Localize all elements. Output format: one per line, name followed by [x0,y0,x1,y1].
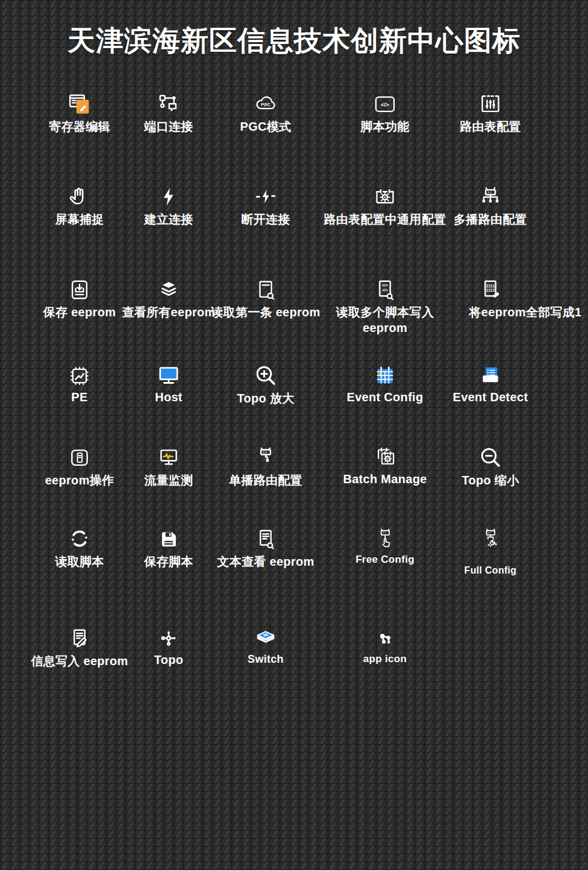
icon-label: Free Config [355,554,414,566]
icon-card-topo-zoom-out[interactable]: Topo 缩小 [430,442,551,489]
page-pencil-icon [68,622,91,650]
icon-label: PE [71,390,87,404]
icon-card-full-config[interactable]: Full Config [430,523,551,576]
broken-lightning-icon [254,181,277,208]
icon-label: Event Detect [453,390,528,404]
icon-label: 脚本功能 [360,119,409,135]
icon-showcase-page: { "page": { "title": "天津滨海新区信息技术创新中心图标",… [0,0,588,870]
icon-label: Topo 缩小 [461,472,519,489]
lightning-icon [157,181,180,208]
icon-card-free-config[interactable]: Free Config [325,523,445,566]
calendar-blue-icon [374,360,396,387]
icon-label: Full Config [464,565,517,576]
page-search-icon [254,274,277,301]
page-title: 天津滨海新区信息技术创新中心图标 [0,25,588,56]
icon-label: 流量监测 [144,472,193,489]
icon-label: 读取多个脚本写入 eeprom [330,304,440,336]
layers-icon [157,274,180,301]
icon-label: 路由表配置 [460,119,521,135]
traffic-monitor-icon [157,442,180,469]
icon-label: 多播路由配置 [454,211,527,228]
svg-text:</>: </> [382,283,388,287]
icon-card-pgc-mode[interactable]: PGC PGC模式 [205,88,326,135]
code-page-search-icon: </> </> [374,274,396,301]
monitor-blue-icon [157,360,181,387]
icon-label: app icon [363,653,407,665]
detect-tray-icon [479,360,502,387]
icon-card-switch[interactable]: Switch [205,622,326,666]
icon-label: 路由表配置中通用配置 [324,211,446,228]
icon-card-read-scripts-write-eeprom[interactable]: </> </> 读取多个脚本写入 eeprom [325,274,445,336]
icon-label: 屏幕捕捉 [55,211,104,228]
icon-label: 断开连接 [241,211,290,228]
icon-label: 端口连接 [144,119,193,135]
router-wrench-icon [479,523,502,551]
icon-label: Host [155,390,183,404]
icon-label: Switch [248,653,284,666]
register-edit-icon [68,88,91,116]
icon-label: 查看所有eeprom [122,304,215,321]
zoom-in-icon [254,360,278,387]
icon-label: 建立连接 [144,211,193,228]
icon-label: 将eeprom全部写成1 [469,304,582,321]
svg-text:</>: </> [381,101,389,108]
icon-card-multicast-routing[interactable]: 多播路由配置 [430,181,551,228]
script-code-window-icon: </> [374,88,396,116]
icon-card-event-detect[interactable]: Event Detect [430,360,551,404]
icon-card-routing-table-config[interactable]: 路由表配置 [430,88,551,135]
svg-text:</>: </> [382,288,388,292]
icon-label: Topo [154,653,184,667]
binary-erase-icon: 1111 1111 [479,274,502,301]
save-tray-icon [68,274,91,301]
icon-label: 保存 eeprom [43,304,116,321]
refresh-circle-icon [67,523,92,551]
icon-card-disconnect[interactable]: 断开连接 [205,181,326,228]
app-cluster-icon [374,622,396,650]
icon-card-unicast-routing[interactable]: 单播路由配置 [205,442,326,489]
icon-label: 读取第一条 eeprom [211,304,320,321]
svg-text:PGC: PGC [261,102,271,107]
icon-card-event-config[interactable]: Event Config [325,360,445,404]
switch-device-icon [254,622,278,650]
icon-label: 读取脚本 [55,554,104,570]
sliders-frame-icon [479,88,502,116]
gear-frame-icon [374,181,396,208]
icon-card-routing-general-config[interactable]: 路由表配置中通用配置 [325,181,445,228]
icon-card-batch-manage[interactable]: Batch Manage [325,442,445,486]
icon-label: 单播路由配置 [229,472,302,489]
zoom-out-icon [478,442,502,469]
batch-frames-gear-icon [373,442,397,469]
unicast-router-icon [254,442,277,469]
eeprom-doc-icon [68,442,91,469]
topology-node-icon [157,622,180,650]
router-hand-icon [374,523,396,551]
icon-card-script-function[interactable]: </> 脚本功能 [325,88,445,135]
icon-label: 文本查看 eeprom [217,554,314,570]
icon-label: PGC模式 [240,119,292,135]
multicast-router-icon [479,181,502,208]
icon-label: Event Config [347,390,424,404]
chip-chart-icon [68,360,91,387]
icon-card-read-first-eeprom[interactable]: 读取第一条 eeprom [205,274,326,321]
svg-text:1111: 1111 [486,287,495,293]
hand-icon [67,181,92,208]
icon-card-app-icon[interactable]: app icon [325,622,445,665]
port-connection-icon [157,88,180,116]
icon-label: Batch Manage [343,472,427,486]
icon-label: Topo 放大 [237,390,294,407]
icon-card-topo-zoom-in[interactable]: Topo 放大 [205,360,326,407]
icon-card-text-view-eeprom[interactable]: 文本查看 eeprom [205,523,326,570]
floppy-icon [157,523,180,551]
icon-card-write-eeprom-all-ones[interactable]: 1111 1111 将eeprom全部写成1 [430,274,551,321]
text-page-search-icon [254,523,277,551]
icon-label: 寄存器编辑 [49,119,110,135]
icon-label: eeprom操作 [45,472,114,489]
pgc-cloud-icon: PGC [254,88,277,116]
icon-label: 保存脚本 [144,554,193,570]
